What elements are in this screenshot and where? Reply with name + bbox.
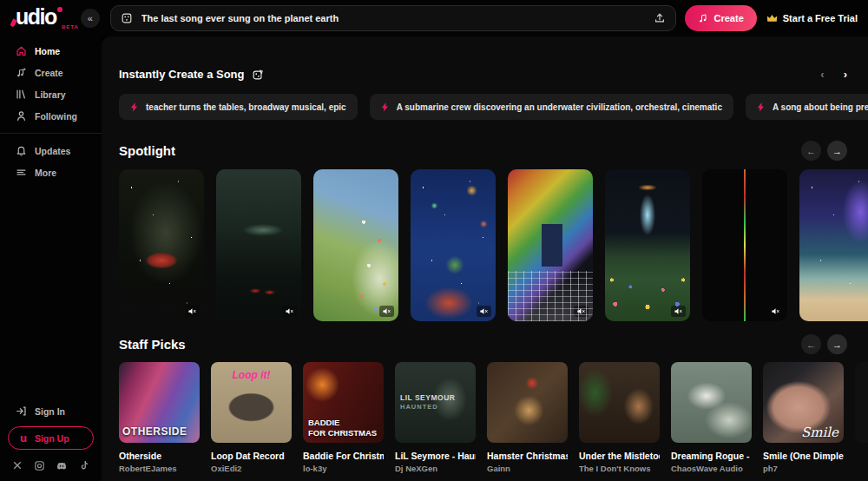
arrow-right-icon: → bbox=[832, 146, 842, 156]
sidebar-item-create[interactable]: Create bbox=[0, 62, 102, 83]
arrow-right-icon: → bbox=[832, 339, 842, 350]
collapse-icon: « bbox=[88, 13, 93, 23]
sidebar-item-following[interactable]: Following bbox=[0, 105, 102, 127]
next-chevron-icon[interactable]: › bbox=[844, 68, 847, 81]
prompt-text: The last song ever sung on the planet ea… bbox=[141, 13, 645, 23]
track-card[interactable]: Under the Mistletoe The I Don't Knows ▶8… bbox=[579, 362, 660, 481]
music-notes-icon bbox=[698, 13, 708, 23]
track-artist[interactable]: ChaosWave Audio bbox=[671, 464, 752, 473]
bolt-icon bbox=[130, 102, 138, 112]
track-card[interactable]: Smile Smile (One Dimple at a... ph7 ▶118… bbox=[763, 362, 844, 481]
sign-in-button[interactable]: Sign In bbox=[0, 400, 102, 422]
track-card[interactable]: BADDIE FOR CHRISTMAS Baddie For Christma… bbox=[303, 362, 384, 481]
scroll-right-button[interactable]: → bbox=[827, 334, 847, 354]
mute-icon[interactable] bbox=[671, 306, 686, 317]
spotlight-card[interactable] bbox=[799, 169, 868, 321]
sidebar: Home Create Library Following Updates Mo… bbox=[0, 36, 102, 481]
track-artist[interactable]: OxiEdi2 bbox=[211, 464, 292, 473]
scroll-right-button[interactable]: → bbox=[827, 141, 847, 161]
mute-icon[interactable] bbox=[768, 306, 783, 317]
sidebar-spacer bbox=[0, 183, 102, 400]
udio-logo[interactable]: udio BETA bbox=[16, 6, 79, 30]
track-artist[interactable]: ph7 bbox=[763, 464, 844, 473]
prompt-chip-label: teacher turns the tables, broadway music… bbox=[146, 102, 346, 112]
track-title: Baddie For Christmas bbox=[303, 451, 384, 461]
track-artist[interactable]: RobertEJames bbox=[119, 464, 200, 473]
sign-in-icon bbox=[15, 405, 27, 417]
discord-icon[interactable] bbox=[56, 462, 67, 470]
track-card[interactable] bbox=[855, 362, 868, 481]
track-card[interactable]: Hamster Christmas Gainn ▶1295 ♥89 bbox=[487, 362, 568, 481]
spotlight-title: Spotlight bbox=[119, 143, 175, 158]
sign-up-button[interactable]: u Sign Up bbox=[8, 426, 94, 450]
spotlight-card[interactable] bbox=[508, 169, 593, 321]
sidebar-collapse-button[interactable]: « bbox=[81, 9, 100, 28]
prev-chevron-icon[interactable]: ‹ bbox=[820, 68, 824, 81]
scroll-left-button[interactable]: ← bbox=[801, 334, 821, 354]
spotlight-card[interactable] bbox=[605, 169, 690, 321]
prompt-chip[interactable]: teacher turns the tables, broadway music… bbox=[119, 94, 358, 120]
track-artist[interactable]: Dj NeXGen bbox=[395, 464, 476, 473]
spotlight-card[interactable] bbox=[313, 169, 398, 321]
crown-icon bbox=[766, 14, 778, 23]
mute-icon[interactable] bbox=[477, 306, 491, 317]
artwork-text: HAUNTED bbox=[400, 403, 438, 411]
x-icon[interactable] bbox=[13, 461, 22, 470]
track-card[interactable]: Dreaming Rogue - Dan... ChaosWave Audio … bbox=[671, 362, 752, 481]
person-icon bbox=[15, 110, 27, 122]
prompt-chip[interactable]: A song about being pretentious, jangle p… bbox=[746, 94, 868, 120]
sidebar-item-label: Following bbox=[35, 111, 77, 122]
spotlight-card[interactable] bbox=[411, 169, 496, 321]
track-artwork: BADDIE FOR CHRISTMAS bbox=[303, 362, 384, 443]
spotlight-card[interactable] bbox=[119, 169, 204, 321]
track-artwork bbox=[855, 362, 868, 443]
track-artwork bbox=[579, 362, 660, 443]
artwork-text: LIL SEYMOUR bbox=[400, 393, 455, 402]
mute-icon[interactable] bbox=[379, 306, 394, 317]
mute-icon[interactable] bbox=[185, 306, 200, 317]
staff-picks-title: Staff Picks bbox=[119, 337, 186, 352]
instant-create-title-text: Instantly Create a Song bbox=[119, 68, 244, 81]
prompt-chip[interactable]: A submarine crew discovering an underwat… bbox=[370, 94, 733, 120]
track-artwork: OTHERSIDE bbox=[119, 362, 200, 443]
prompt-input[interactable]: The last song ever sung on the planet ea… bbox=[110, 5, 676, 31]
bolt-icon bbox=[757, 102, 765, 112]
mute-icon[interactable] bbox=[574, 306, 589, 317]
track-artist[interactable]: lo-k3y bbox=[303, 464, 384, 473]
spotlight-card[interactable] bbox=[702, 169, 787, 321]
prompt-chip-row: teacher turns the tables, broadway music… bbox=[102, 94, 868, 120]
tiktok-icon[interactable] bbox=[80, 460, 89, 471]
spotlight-card[interactable] bbox=[216, 169, 301, 321]
prompt-chip-label: A song about being pretentious, jangle p… bbox=[773, 102, 868, 112]
track-artist[interactable]: The I Don't Knows bbox=[579, 464, 660, 473]
spotlight-nav: ← → bbox=[801, 141, 847, 161]
staff-picks-nav: ← → bbox=[801, 334, 847, 354]
scroll-left-button[interactable]: ← bbox=[801, 141, 821, 161]
sidebar-divider bbox=[0, 133, 102, 134]
free-trial-button[interactable]: Start a Free Trial bbox=[766, 13, 858, 23]
menu-lines-icon bbox=[15, 167, 27, 178]
artwork-text: Smile bbox=[801, 425, 838, 440]
sidebar-item-label: Library bbox=[35, 89, 66, 100]
create-button[interactable]: Create bbox=[685, 5, 757, 31]
instagram-icon[interactable] bbox=[35, 461, 44, 471]
arrow-left-icon: ← bbox=[806, 339, 816, 350]
udio-mark-icon: u bbox=[20, 432, 27, 444]
sidebar-item-label: Create bbox=[35, 68, 63, 78]
dice-icon bbox=[121, 12, 133, 24]
upload-icon[interactable] bbox=[654, 12, 666, 24]
mute-icon[interactable] bbox=[282, 306, 297, 317]
track-artwork: LIL SEYMOUR HAUNTED bbox=[395, 362, 476, 443]
sidebar-item-label: Home bbox=[35, 46, 60, 56]
track-card[interactable]: Loop it! Loop Dat Record OxiEdi2 ▶110 ♥1… bbox=[211, 362, 292, 481]
sidebar-item-updates[interactable]: Updates bbox=[0, 140, 102, 161]
bell-icon bbox=[15, 145, 27, 156]
track-card[interactable]: OTHERSIDE Otherside RobertEJames ▶136 ♥2… bbox=[119, 362, 200, 481]
sidebar-item-home[interactable]: Home bbox=[0, 40, 102, 62]
sidebar-item-more[interactable]: More bbox=[0, 161, 102, 183]
udio-logo-text: udio bbox=[16, 4, 56, 29]
track-card[interactable]: LIL SEYMOUR HAUNTED LiL Seymore - Haunte… bbox=[395, 362, 476, 481]
track-artist[interactable]: Gainn bbox=[487, 464, 568, 473]
sidebar-item-library[interactable]: Library bbox=[0, 83, 102, 105]
track-title: Under the Mistletoe bbox=[579, 451, 660, 461]
